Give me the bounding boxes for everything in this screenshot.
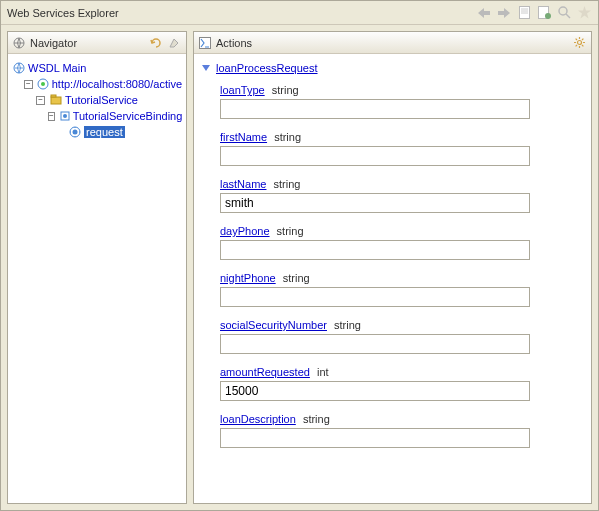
back-icon[interactable]: [476, 5, 492, 21]
navigator-panel: Navigator WSDL Main − http://localhost:8…: [7, 31, 187, 504]
field-label[interactable]: lastName: [220, 178, 266, 190]
page-add-icon[interactable]: [536, 5, 552, 21]
expander-icon[interactable]: −: [48, 112, 55, 121]
tree-service[interactable]: − TutorialService: [12, 92, 182, 108]
svg-rect-14: [51, 95, 56, 97]
field-amountRequested: amountRequested int: [220, 366, 585, 401]
field-label[interactable]: loanDescription: [220, 413, 296, 425]
actions-icon: [198, 36, 212, 50]
tree-root-label[interactable]: WSDL Main: [28, 62, 86, 74]
field-input-dayPhone[interactable]: [220, 240, 530, 260]
field-input-socialSecurityNumber[interactable]: [220, 334, 530, 354]
navigator-icon: [12, 36, 26, 50]
field-label[interactable]: dayPhone: [220, 225, 270, 237]
tree-binding-label[interactable]: TutorialServiceBinding: [73, 110, 183, 122]
field-type: string: [272, 84, 299, 96]
field-label[interactable]: firstName: [220, 131, 267, 143]
field-input-loanDescription[interactable]: [220, 428, 530, 448]
field-type: string: [283, 272, 310, 284]
endpoint-icon: [37, 77, 50, 91]
field-label[interactable]: loanType: [220, 84, 265, 96]
field-nightPhone: nightPhone string: [220, 272, 585, 307]
tree-service-label[interactable]: TutorialService: [65, 94, 138, 106]
field-type: string: [277, 225, 304, 237]
search-icon[interactable]: [556, 5, 572, 21]
tree-root[interactable]: WSDL Main: [12, 60, 182, 76]
field-input-nightPhone[interactable]: [220, 287, 530, 307]
svg-line-7: [566, 14, 570, 18]
field-dayPhone: dayPhone string: [220, 225, 585, 260]
section-link[interactable]: loanProcessRequest: [216, 62, 318, 74]
field-type: string: [303, 413, 330, 425]
titlebar: Web Services Explorer: [1, 1, 598, 25]
field-socialSecurityNumber: socialSecurityNumber string: [220, 319, 585, 354]
field-lastName: lastName string: [220, 178, 585, 213]
field-label[interactable]: socialSecurityNumber: [220, 319, 327, 331]
field-label[interactable]: amountRequested: [220, 366, 310, 378]
svg-rect-13: [51, 97, 61, 104]
field-loanDescription: loanDescription string: [220, 413, 585, 448]
navigator-tree: WSDL Main − http://localhost:8080/active…: [8, 54, 186, 146]
field-input-loanType[interactable]: [220, 99, 530, 119]
star-icon[interactable]: [576, 5, 592, 21]
field-label[interactable]: nightPhone: [220, 272, 276, 284]
clear-icon[interactable]: [166, 35, 182, 51]
tree-endpoint-label[interactable]: http://localhost:8080/active: [52, 78, 182, 90]
gear-icon[interactable]: [571, 35, 587, 51]
collapse-triangle-icon[interactable]: [202, 65, 210, 71]
expander-icon[interactable]: −: [36, 96, 45, 105]
tree-operation[interactable]: request: [12, 124, 182, 140]
operation-icon: [68, 125, 82, 139]
field-type: int: [317, 366, 329, 378]
forward-icon[interactable]: [496, 5, 512, 21]
svg-point-12: [41, 82, 45, 86]
field-input-firstName[interactable]: [220, 146, 530, 166]
field-firstName: firstName string: [220, 131, 585, 166]
field-loanType: loanType string: [220, 84, 585, 119]
actions-body: loanProcessRequest loanType string first…: [194, 54, 591, 503]
refresh-icon[interactable]: [148, 35, 164, 51]
svg-point-16: [63, 114, 67, 118]
svg-point-6: [559, 7, 567, 15]
field-input-lastName[interactable]: [220, 193, 530, 213]
tree-binding[interactable]: − TutorialServiceBinding: [12, 108, 182, 124]
field-type: string: [334, 319, 361, 331]
navigator-title: Navigator: [30, 37, 144, 49]
window-title: Web Services Explorer: [7, 7, 476, 19]
field-input-amountRequested[interactable]: [220, 381, 530, 401]
field-type: string: [274, 178, 301, 190]
service-icon: [49, 93, 63, 107]
svg-point-18: [73, 130, 78, 135]
wsdl-icon: [12, 61, 26, 75]
actions-panel: Actions loanProcessRequest loanType stri…: [193, 31, 592, 504]
binding-icon: [59, 109, 71, 123]
tree-operation-label[interactable]: request: [84, 126, 125, 138]
svg-point-20: [577, 41, 581, 45]
expander-icon[interactable]: −: [24, 80, 33, 89]
svg-point-5: [545, 13, 551, 19]
page-icon[interactable]: [516, 5, 532, 21]
tree-endpoint[interactable]: − http://localhost:8080/active: [12, 76, 182, 92]
actions-title: Actions: [216, 37, 567, 49]
field-type: string: [274, 131, 301, 143]
